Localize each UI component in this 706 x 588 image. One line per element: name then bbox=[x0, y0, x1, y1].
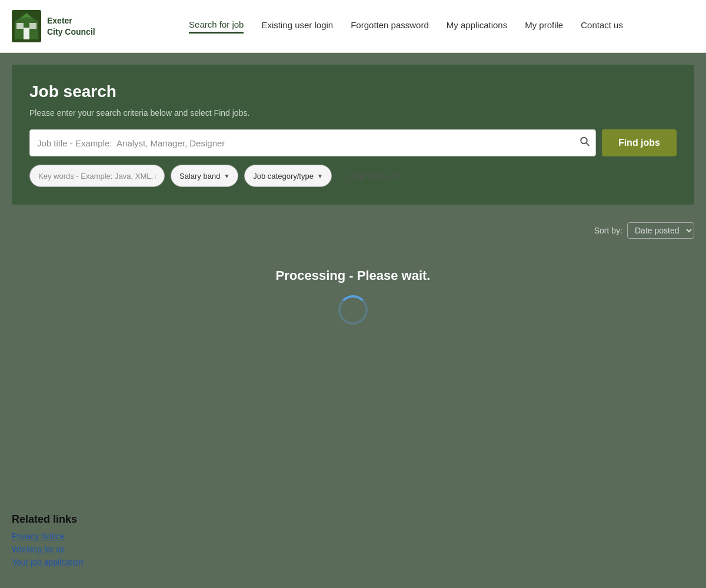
search-subtitle: Please enter your search criteria below … bbox=[29, 108, 677, 118]
job-title-wrapper bbox=[29, 129, 596, 156]
sort-select[interactable]: Date posted bbox=[627, 222, 694, 239]
logo-text: Exeter City Council bbox=[47, 15, 95, 36]
search-icon bbox=[580, 136, 590, 147]
nav-my-profile[interactable]: My profile bbox=[525, 20, 563, 32]
footer-link-working-for-us[interactable]: Working for us bbox=[12, 544, 694, 554]
sort-row: Sort by: Date posted bbox=[12, 216, 694, 245]
filters-row: Salary band ▼ Job category/type ▼ Clear … bbox=[29, 165, 677, 187]
processing-overlay: Processing - Please wait. bbox=[12, 245, 694, 348]
svg-point-6 bbox=[581, 138, 587, 144]
header: Exeter City Council Search for job Exist… bbox=[0, 0, 706, 53]
svg-rect-4 bbox=[16, 23, 24, 29]
main-nav: Search for job Existing user login Forgo… bbox=[118, 19, 694, 34]
nav-my-applications[interactable]: My applications bbox=[447, 20, 507, 32]
search-icon-button[interactable] bbox=[580, 136, 590, 150]
results-area: Processing - Please wait. bbox=[12, 245, 694, 348]
sort-by-label: Sort by: bbox=[594, 226, 622, 235]
footer-link-job-application[interactable]: Your job application bbox=[12, 557, 694, 567]
nav-search-for-job[interactable]: Search for job bbox=[189, 19, 244, 34]
nav-contact-us[interactable]: Contact us bbox=[581, 20, 623, 32]
processing-text: Processing - Please wait. bbox=[276, 268, 431, 283]
find-jobs-button[interactable]: Find jobs bbox=[602, 129, 677, 156]
clear-filters-x-icon: ✕ bbox=[391, 171, 398, 181]
search-title: Job search bbox=[29, 82, 677, 101]
svg-line-7 bbox=[587, 143, 590, 146]
job-title-input[interactable] bbox=[29, 129, 596, 156]
salary-band-arrow-icon: ▼ bbox=[224, 173, 229, 179]
svg-rect-5 bbox=[29, 23, 36, 29]
clear-filters-button[interactable]: Clear filters ✕ bbox=[338, 165, 408, 187]
related-links-title: Related links bbox=[12, 513, 694, 526]
job-category-dropdown[interactable]: Job category/type ▼ bbox=[244, 165, 332, 187]
job-category-arrow-icon: ▼ bbox=[317, 173, 323, 179]
footer-area: Related links Privacy Notice Working for… bbox=[0, 502, 706, 588]
salary-band-label: Salary band bbox=[179, 172, 220, 181]
search-row-title: Find jobs bbox=[29, 129, 677, 156]
exeter-logo-icon bbox=[12, 10, 41, 42]
job-category-label: Job category/type bbox=[253, 172, 314, 181]
main-content: Job search Please enter your search crit… bbox=[0, 53, 706, 502]
logo-area: Exeter City Council bbox=[12, 10, 118, 42]
salary-band-dropdown[interactable]: Salary band ▼ bbox=[171, 165, 238, 187]
nav-forgotten-password[interactable]: Forgotten password bbox=[351, 20, 429, 32]
search-panel: Job search Please enter your search crit… bbox=[12, 65, 694, 205]
clear-filters-label: Clear filters bbox=[347, 171, 389, 181]
loading-spinner bbox=[338, 295, 368, 325]
nav-existing-user-login[interactable]: Existing user login bbox=[261, 20, 333, 32]
svg-rect-3 bbox=[24, 28, 29, 39]
footer-link-privacy[interactable]: Privacy Notice bbox=[12, 532, 694, 541]
keyword-input[interactable] bbox=[29, 165, 165, 187]
